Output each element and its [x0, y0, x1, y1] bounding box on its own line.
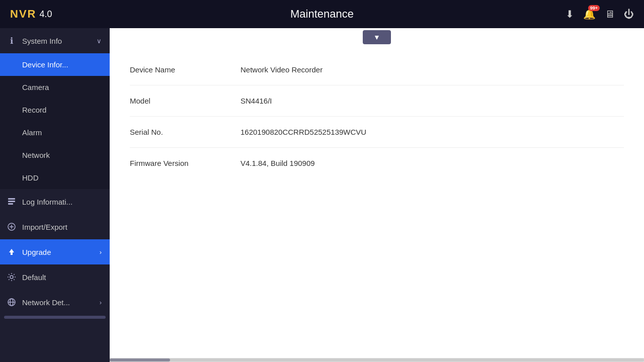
- notification-badge: 99+: [588, 5, 600, 11]
- sidebar-label-record: Record: [22, 106, 46, 114]
- header-icons: ⬇ 🔔 99+ 🖥 ⏻: [566, 8, 634, 20]
- content-area: ▼ Device Name Network Video Recorder Mod…: [110, 28, 644, 362]
- logo-nvr: NVR: [10, 8, 36, 21]
- device-info-table: Device Name Network Video Recorder Model…: [110, 44, 644, 358]
- sidebar-label-default: Default: [22, 273, 46, 282]
- sidebar-item-network-det[interactable]: Network Det... ›: [0, 290, 110, 315]
- sidebar-item-device-info[interactable]: Device Infor...: [0, 53, 110, 76]
- sidebar-item-log-info[interactable]: Log Informati...: [0, 189, 110, 214]
- sidebar-label-camera: Camera: [22, 83, 49, 92]
- scrollbar-track: [110, 358, 644, 361]
- svg-rect-1: [8, 201, 15, 202]
- value-serial: 1620190820CCRRD52525139WCVU: [240, 128, 366, 136]
- wrench-icon: [6, 221, 17, 232]
- globe-icon: [6, 297, 17, 308]
- info-row-model: Model SN4416/I: [130, 85, 624, 117]
- log-icon: [6, 196, 17, 207]
- sidebar-item-system-info[interactable]: ℹ System Info ∨: [0, 28, 110, 53]
- chevron-right-icon: ›: [100, 248, 102, 256]
- info-row-device-name: Device Name Network Video Recorder: [130, 54, 624, 85]
- bell-icon[interactable]: 🔔 99+: [583, 8, 596, 20]
- value-device-name: Network Video Recorder: [240, 65, 323, 74]
- info-row-serial: Serial No. 1620190820CCRRD52525139WCVU: [130, 117, 624, 148]
- info-row-firmware: Firmware Version V4.1.84, Build 190909: [130, 148, 624, 178]
- sidebar-item-import-export[interactable]: Import/Export: [0, 214, 110, 239]
- sidebar-label-upgrade: Upgrade: [22, 248, 51, 256]
- scrollbar-handle[interactable]: [110, 358, 170, 361]
- monitor-icon[interactable]: 🖥: [605, 9, 615, 20]
- value-firmware: V4.1.84, Build 190909: [240, 159, 315, 167]
- sidebar-label-network: Network: [22, 151, 50, 159]
- sidebar-item-default[interactable]: Default: [0, 264, 110, 290]
- logo: NVR 4.0: [10, 8, 52, 21]
- sidebar-item-upgrade[interactable]: Upgrade ›: [0, 239, 110, 264]
- chevron-right-icon-2: ›: [100, 299, 102, 306]
- label-model: Model: [130, 97, 240, 105]
- logo-version: 4.0: [39, 9, 52, 20]
- sidebar-label-log-info: Log Informati...: [22, 198, 72, 206]
- sidebar-item-hdd[interactable]: HDD: [0, 166, 110, 189]
- sidebar-label-network-det: Network Det...: [22, 298, 70, 307]
- svg-rect-2: [8, 203, 13, 205]
- header: NVR 4.0 Maintenance ⬇ 🔔 99+ 🖥 ⏻: [0, 0, 644, 28]
- value-model: SN4416/I: [240, 97, 272, 105]
- svg-rect-0: [8, 198, 15, 200]
- svg-marker-6: [9, 249, 14, 255]
- sidebar-item-network[interactable]: Network: [0, 144, 110, 166]
- scroll-down-button[interactable]: ▼: [363, 30, 391, 44]
- chevron-down-scroll-icon: ▼: [373, 33, 380, 41]
- chevron-down-icon: ∨: [97, 37, 102, 45]
- sidebar: ℹ System Info ∨ Device Infor... Camera R…: [0, 28, 110, 362]
- label-device-name: Device Name: [130, 65, 240, 74]
- sidebar-label-alarm: Alarm: [22, 128, 42, 137]
- svg-point-7: [10, 276, 13, 279]
- label-firmware: Firmware Version: [130, 159, 240, 167]
- sidebar-item-camera[interactable]: Camera: [0, 76, 110, 99]
- main-layout: ℹ System Info ∨ Device Infor... Camera R…: [0, 28, 644, 362]
- power-icon[interactable]: ⏻: [624, 9, 634, 20]
- sidebar-label-device-info: Device Infor...: [22, 60, 68, 69]
- label-serial: Serial No.: [130, 128, 240, 136]
- sidebar-label-import-export: Import/Export: [22, 223, 67, 231]
- page-title: Maintenance: [290, 8, 354, 21]
- sidebar-scrollbar[interactable]: [4, 316, 106, 319]
- download-icon[interactable]: ⬇: [566, 8, 574, 20]
- sidebar-label-system-info: System Info: [22, 37, 62, 45]
- sidebar-item-alarm[interactable]: Alarm: [0, 121, 110, 144]
- info-icon: ℹ: [6, 35, 17, 46]
- scroll-indicator: ▼: [110, 28, 644, 44]
- upgrade-icon: [6, 246, 17, 257]
- sidebar-label-hdd: HDD: [22, 173, 39, 182]
- bottom-scrollbar[interactable]: [110, 358, 644, 362]
- sidebar-item-record[interactable]: Record: [0, 99, 110, 121]
- gear-icon: [6, 272, 17, 283]
